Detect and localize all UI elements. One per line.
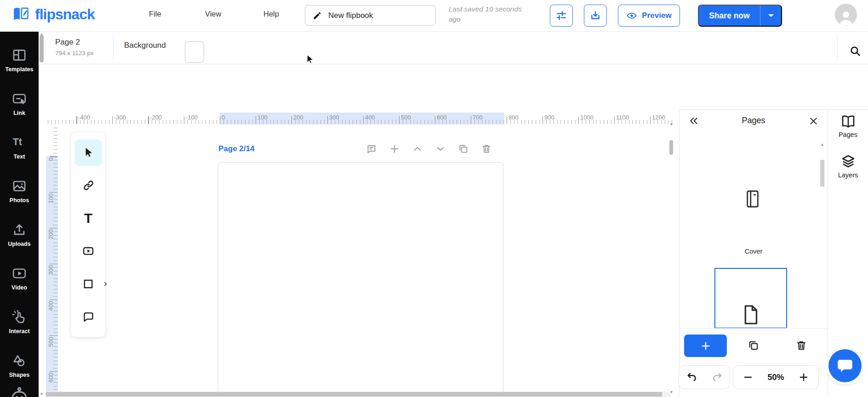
tool-comment[interactable] bbox=[74, 303, 102, 330]
plus-icon bbox=[700, 340, 711, 352]
floating-toolbox: T bbox=[71, 132, 106, 337]
templates-icon bbox=[11, 47, 27, 63]
sidebar-item-templates[interactable]: Templates bbox=[0, 38, 39, 82]
tool-video[interactable] bbox=[74, 238, 102, 265]
scrollbar-thumb[interactable] bbox=[40, 35, 44, 62]
flipbook-title-input[interactable] bbox=[328, 11, 416, 20]
rail-item-layers[interactable]: Layers bbox=[828, 154, 868, 179]
cover-thumbnail-label: Cover bbox=[680, 248, 828, 255]
flipsnack-logo[interactable]: flipsnack bbox=[13, 6, 95, 23]
delete-page-icon[interactable] bbox=[481, 143, 492, 154]
text-tool-icon: T bbox=[84, 211, 92, 225]
flipbook-settings-button[interactable] bbox=[550, 5, 573, 27]
pages-panel: Pages ▲ Cover bbox=[679, 110, 828, 397]
flipbook-title-field[interactable] bbox=[305, 5, 436, 26]
ruler-label: 100 bbox=[257, 114, 268, 121]
close-panel-icon[interactable] bbox=[809, 116, 818, 126]
canvas-horizontal-scrollbar[interactable] bbox=[45, 391, 670, 397]
rail-item-pages[interactable]: Pages bbox=[828, 114, 868, 138]
ruler-label: 500 bbox=[401, 114, 411, 121]
logo-wordmark: flipsnack bbox=[35, 6, 95, 23]
live-chat-button[interactable] bbox=[828, 349, 862, 382]
background-color-swatch[interactable] bbox=[185, 41, 204, 63]
ruler-label: 0 bbox=[47, 158, 54, 161]
sidebar-item-photos[interactable]: Photos bbox=[0, 169, 39, 213]
page-indicator: Page 2/14 bbox=[218, 144, 254, 153]
duplicate-page-icon[interactable] bbox=[458, 143, 469, 154]
sidebar-label-templates: Templates bbox=[6, 66, 34, 73]
comment-bubble-icon bbox=[82, 311, 95, 323]
pages-panel-actions bbox=[680, 328, 828, 357]
sidebar-item-interact[interactable]: Interact bbox=[0, 300, 39, 344]
canvas-vertical-scrollbar-right[interactable]: ▲ ▼ bbox=[668, 122, 674, 394]
pages-panel-header: Pages bbox=[680, 110, 828, 132]
menu-help[interactable]: Help bbox=[263, 10, 279, 18]
scroll-down-arrow[interactable]: ▼ bbox=[39, 392, 45, 396]
page-comment-icon[interactable] bbox=[366, 143, 377, 154]
tool-text[interactable]: T bbox=[74, 205, 102, 232]
scroll-up-arrow[interactable]: ▲ bbox=[668, 122, 674, 126]
download-button[interactable] bbox=[584, 5, 607, 27]
cover-thumbnail-selected[interactable] bbox=[714, 268, 787, 329]
preview-button[interactable]: Preview bbox=[618, 5, 680, 27]
tool-select-cursor[interactable] bbox=[74, 139, 102, 166]
sidebar-item-link[interactable]: Link bbox=[0, 82, 39, 125]
scrollbar-thumb[interactable] bbox=[669, 140, 673, 155]
ruler-label: 100 bbox=[47, 193, 54, 204]
shape-flyout-chevron-icon[interactable] bbox=[103, 281, 108, 286]
scroll-up-arrow[interactable]: ▲ bbox=[820, 143, 824, 147]
page-header-row: Page 2/14 bbox=[218, 143, 492, 154]
interact-tap-icon bbox=[11, 309, 27, 325]
move-page-down-icon[interactable] bbox=[435, 143, 446, 154]
ruler-label: 200 bbox=[293, 114, 303, 121]
svg-text:Tt: Tt bbox=[13, 136, 22, 147]
open-book-icon bbox=[841, 114, 856, 128]
sidebar-label-link: Link bbox=[13, 110, 25, 116]
duplicate-page-icon[interactable] bbox=[748, 340, 760, 352]
redo-button[interactable] bbox=[711, 371, 723, 383]
tool-shape[interactable] bbox=[74, 271, 102, 298]
sidebar-item-shapes[interactable]: Shapes bbox=[0, 344, 39, 387]
assistant-robot-icon[interactable] bbox=[9, 387, 29, 397]
search-icon[interactable] bbox=[849, 45, 862, 57]
preview-label: Preview bbox=[642, 11, 671, 20]
move-page-up-icon[interactable] bbox=[412, 143, 423, 154]
sidebar-label-interact: Interact bbox=[9, 328, 29, 335]
scrollbar-thumb[interactable] bbox=[820, 160, 824, 187]
sidebar-label-video: Video bbox=[11, 284, 27, 291]
ruler-label: 600 bbox=[47, 373, 54, 383]
add-page-button[interactable] bbox=[684, 335, 727, 357]
square-shape-icon bbox=[82, 278, 94, 290]
pages-panel-scrollbar[interactable]: ▲ bbox=[820, 149, 824, 218]
account-avatar[interactable] bbox=[835, 4, 857, 26]
ruler-label: 1200 bbox=[652, 114, 665, 121]
ruler-label: -400 bbox=[78, 114, 90, 121]
add-page-icon[interactable] bbox=[389, 143, 400, 154]
share-now-button[interactable]: Share now bbox=[698, 5, 782, 27]
sidebar-item-text[interactable]: Tt Text bbox=[0, 125, 39, 169]
canvas-vertical-scrollbar-left[interactable]: ▲ ▼ bbox=[39, 32, 45, 397]
ruler-label: 1000 bbox=[580, 114, 594, 121]
zoom-in-button[interactable] bbox=[798, 372, 809, 383]
vertical-ruler: 0100200300400500600 bbox=[46, 124, 58, 397]
zoom-out-button[interactable] bbox=[742, 372, 754, 383]
tool-link[interactable] bbox=[74, 172, 102, 199]
document-page[interactable] bbox=[218, 162, 503, 397]
ruler-label: 700 bbox=[473, 114, 483, 121]
ruler-label: 600 bbox=[437, 114, 447, 121]
sidebar-label-uploads: Uploads bbox=[8, 241, 30, 247]
blank-page-icon bbox=[742, 304, 760, 326]
menu-file[interactable]: File bbox=[149, 10, 161, 18]
pages-panel-title: Pages bbox=[680, 116, 828, 125]
menu-view[interactable]: View bbox=[205, 10, 221, 18]
uploads-icon bbox=[11, 222, 27, 238]
share-dropdown-toggle[interactable] bbox=[760, 6, 781, 26]
scrollbar-thumb[interactable] bbox=[46, 392, 662, 397]
sidebar-item-uploads[interactable]: Uploads bbox=[0, 213, 39, 256]
sidebar-label-shapes: Shapes bbox=[9, 372, 29, 378]
delete-page-icon[interactable] bbox=[795, 340, 807, 352]
sidebar-item-video[interactable]: Video bbox=[0, 256, 39, 300]
background-label: Background bbox=[124, 41, 166, 50]
undo-button[interactable] bbox=[686, 371, 698, 383]
ruler-label: 500 bbox=[47, 337, 54, 347]
